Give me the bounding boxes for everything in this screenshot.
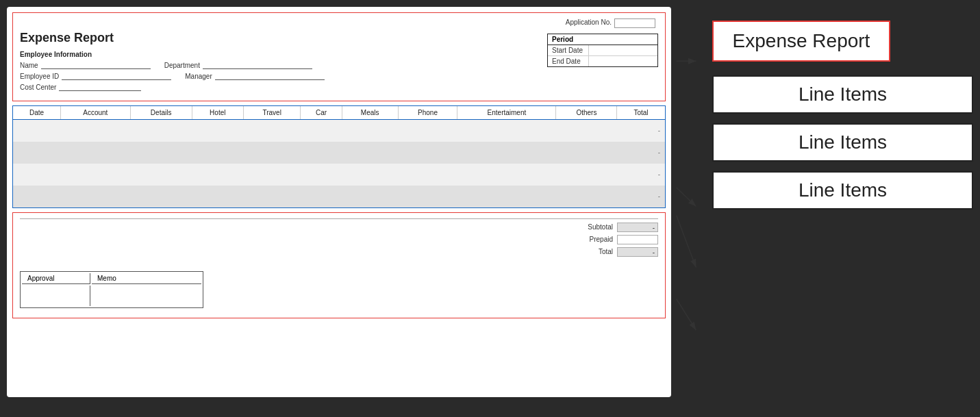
cell-car: [301, 186, 342, 207]
department-input-line[interactable]: [203, 61, 312, 69]
line-items-box-1: Line Items: [712, 75, 973, 114]
cell-hotel: [192, 186, 243, 207]
table-row: -: [13, 142, 665, 164]
name-input-line[interactable]: [41, 61, 151, 69]
cell-car: [301, 120, 342, 142]
prepaid-label: Prepaid: [579, 236, 613, 243]
cell-total: -: [617, 120, 665, 142]
cell-meals: [342, 142, 398, 164]
name-label: Name: [20, 62, 38, 69]
memo-cell[interactable]: [92, 286, 201, 306]
manager-field: Manager: [185, 72, 324, 80]
table-row: -: [13, 164, 665, 186]
col-entertainment: Entertaiment: [457, 106, 556, 120]
employee-id-field: Employee ID: [20, 72, 171, 80]
approval-header-row: Approval Memo: [22, 273, 201, 284]
table-section: Date Account Details Hotel Travel Car Me…: [12, 105, 666, 208]
app-no-row: Application No.: [20, 18, 658, 28]
cell-total: -: [617, 142, 665, 164]
cell-total: -: [617, 186, 665, 207]
form-row-3: Cost Center: [20, 83, 658, 91]
cell-account: [61, 186, 131, 207]
cell-details: [130, 120, 192, 142]
cell-travel: [243, 142, 301, 164]
cell-hotel: [192, 164, 243, 186]
expense-table: Date Account Details Hotel Travel Car Me…: [13, 106, 665, 207]
cell-car: [301, 142, 342, 164]
approval-col: Approval: [22, 273, 90, 284]
cell-account: [61, 120, 131, 142]
prepaid-value[interactable]: [617, 235, 658, 244]
cost-center-field: Cost Center: [20, 83, 141, 91]
form-row-2: Employee ID Manager: [20, 72, 658, 80]
cell-details: [130, 142, 192, 164]
line-items-box-3: Line Items: [712, 171, 973, 210]
total-value: -: [617, 247, 658, 257]
document-area: Application No. Expense Report Employee …: [7, 7, 671, 397]
approval-body: [22, 286, 201, 306]
col-travel: Travel: [243, 106, 301, 120]
cell-others: [556, 142, 617, 164]
footer-divider: [20, 218, 658, 219]
cell-others: [556, 164, 617, 186]
cell-others: [556, 186, 617, 207]
cost-center-label: Cost Center: [20, 84, 56, 91]
cell-phone: [398, 186, 457, 207]
col-hotel: Hotel: [192, 106, 243, 120]
cell-meals: [342, 186, 398, 207]
prepaid-row: Prepaid: [579, 235, 658, 244]
period-title: Period: [548, 34, 657, 45]
table-header: Date Account Details Hotel Travel Car Me…: [13, 106, 665, 120]
cell-entertainment: [457, 186, 556, 207]
total-label: Total: [579, 248, 613, 255]
manager-label: Manager: [185, 73, 212, 80]
cell-entertainment: [457, 142, 556, 164]
cell-details: [130, 164, 192, 186]
end-date-value[interactable]: [589, 60, 657, 63]
line-items-box-2: Line Items: [712, 123, 973, 162]
cell-date: [13, 142, 61, 164]
footer-section: Subtotal - Prepaid Total - Approval Memo: [12, 212, 666, 318]
cell-travel: [243, 186, 301, 207]
main-container: Application No. Expense Report Employee …: [0, 0, 980, 417]
app-no-field[interactable]: [614, 18, 655, 28]
cell-entertainment: [457, 164, 556, 186]
expense-report-annotation-box: Expense Report: [712, 21, 890, 62]
col-total: Total: [617, 106, 665, 120]
table-row: -: [13, 186, 665, 207]
name-field: Name: [20, 61, 151, 69]
col-meals: Meals: [342, 106, 398, 120]
cell-date: [13, 120, 61, 142]
cell-date: [13, 186, 61, 207]
subtotal-label: Subtotal: [579, 223, 613, 231]
cell-phone: [398, 120, 457, 142]
col-phone: Phone: [398, 106, 457, 120]
svg-line-3: [677, 216, 696, 268]
cell-account: [61, 142, 131, 164]
approval-table: Approval Memo: [20, 271, 203, 308]
approval-row: [22, 286, 201, 306]
col-car: Car: [301, 106, 342, 120]
start-date-row: Start Date: [548, 45, 657, 56]
table-row: -: [13, 120, 665, 142]
cost-center-input-line[interactable]: [59, 83, 141, 91]
start-date-value[interactable]: [589, 49, 657, 52]
line-items-boxes: Line Items Line Items Line Items: [685, 75, 973, 210]
manager-input-line[interactable]: [215, 72, 325, 80]
cell-details: [130, 186, 192, 207]
approval-header: Approval Memo: [22, 273, 201, 284]
cell-phone: [398, 142, 457, 164]
cell-hotel: [192, 120, 243, 142]
employee-id-input-line[interactable]: [62, 72, 171, 80]
annotations-area: Expense Report Line Items Line Items Lin…: [671, 7, 973, 410]
cell-total: -: [617, 164, 665, 186]
approval-cell[interactable]: [22, 286, 90, 306]
employee-id-label: Employee ID: [20, 73, 59, 80]
cell-hotel: [192, 142, 243, 164]
period-box: Period Start Date End Date: [547, 34, 658, 67]
cell-others: [556, 120, 617, 142]
col-date: Date: [13, 106, 61, 120]
cell-meals: [342, 164, 398, 186]
cell-account: [61, 164, 131, 186]
table-header-row: Date Account Details Hotel Travel Car Me…: [13, 106, 665, 120]
